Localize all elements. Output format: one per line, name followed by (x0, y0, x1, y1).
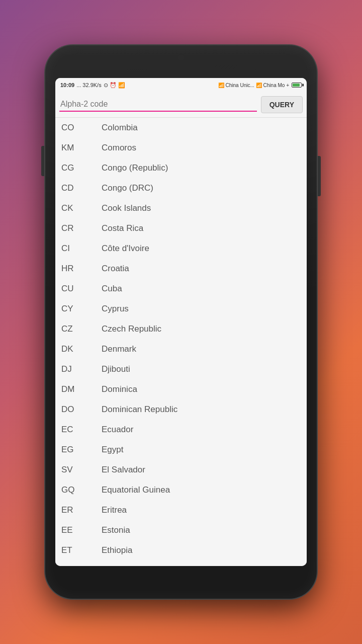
country-code: CR (61, 223, 102, 233)
country-name: Ecuador (102, 425, 301, 435)
country-code: EE (61, 525, 102, 535)
table-row: GQEquatorial Guinea (55, 480, 307, 500)
status-time: 10:09 (60, 82, 74, 88)
country-code: EG (61, 445, 102, 455)
table-row: FKFalkland Islands (Islas Malvinas) (55, 560, 307, 566)
table-row: SVEl Salvador (55, 460, 307, 480)
country-name: Dominica (102, 384, 301, 394)
country-name: Denmark (102, 344, 301, 354)
table-row: EEEstonia (55, 520, 307, 540)
country-code: FK (61, 566, 102, 566)
country-code: GQ (61, 485, 102, 495)
table-row: CKCook Islands (55, 198, 307, 218)
search-input[interactable] (59, 98, 257, 112)
country-code: DK (61, 344, 102, 354)
country-name: Egypt (102, 445, 301, 455)
table-row: CYCyprus (55, 299, 307, 319)
table-row: KMComoros (55, 138, 307, 158)
country-code: ER (61, 505, 102, 515)
status-icons: ⊙ ⏰ 📶 (104, 82, 125, 89)
table-row: CZCzech Republic (55, 319, 307, 339)
country-code: CD (61, 183, 102, 193)
table-row: ETEthiopia (55, 540, 307, 560)
country-name: Colombia (102, 123, 301, 133)
country-name: Congo (Republic) (102, 163, 301, 173)
country-name: Ethiopia (102, 545, 301, 555)
table-row: CRCosta Rica (55, 218, 307, 238)
country-name: Cyprus (102, 304, 301, 314)
country-code: HR (61, 264, 102, 274)
country-list: COColombiaKMComorosCGCongo (Republic)CDC… (55, 118, 307, 566)
country-code: DJ (61, 364, 102, 374)
country-name: El Salvador (102, 465, 301, 475)
table-row: EREritrea (55, 500, 307, 520)
carrier1: 📶 China Unic... (218, 83, 254, 88)
table-row: CGCongo (Republic) (55, 158, 307, 178)
country-name: Eritrea (102, 505, 301, 515)
country-code: CZ (61, 324, 102, 334)
camera (178, 54, 184, 60)
country-name: Djibouti (102, 364, 301, 374)
country-code: KM (61, 143, 102, 153)
table-row: CDCongo (DRC) (55, 178, 307, 198)
country-code: CO (61, 123, 102, 133)
country-code: CY (61, 304, 102, 314)
country-name: Falkland Islands (Islas Malvinas) (102, 566, 301, 566)
carrier2: 📶 China Mo + (256, 83, 289, 88)
query-button[interactable]: QUERY (261, 96, 303, 113)
country-name: Dominican Republic (102, 405, 301, 415)
country-name: Côte d'Ivoire (102, 244, 301, 254)
country-name: Congo (DRC) (102, 183, 301, 193)
search-input-wrapper (59, 98, 257, 112)
country-name: Czech Republic (102, 324, 301, 334)
country-code: EC (61, 425, 102, 435)
table-row: HRCroatia (55, 259, 307, 279)
status-right: 📶 China Unic... 📶 China Mo + (218, 83, 302, 88)
table-row: CUCuba (55, 279, 307, 299)
country-code: CI (61, 244, 102, 254)
country-name: Equatorial Guinea (102, 485, 301, 495)
country-name: Comoros (102, 143, 301, 153)
country-name: Estonia (102, 525, 301, 535)
table-row: ECEcuador (55, 420, 307, 440)
table-row: DMDominica (55, 379, 307, 399)
country-name: Cuba (102, 284, 301, 294)
battery-icon (292, 83, 302, 88)
country-code: CU (61, 284, 102, 294)
table-row: COColombia (55, 118, 307, 138)
table-row: EGEgypt (55, 440, 307, 460)
table-row: CICôte d'Ivoire (55, 238, 307, 259)
search-bar: QUERY (55, 92, 307, 118)
country-code: SV (61, 465, 102, 475)
status-bar: 10:09 ... 32.9K/s ⊙ ⏰ 📶 📶 China Unic... … (55, 78, 307, 92)
country-code: CG (61, 163, 102, 173)
country-name: Costa Rica (102, 223, 301, 233)
table-row: DKDenmark (55, 339, 307, 359)
country-code: DO (61, 405, 102, 415)
country-name: Cook Islands (102, 203, 301, 213)
country-code: ET (61, 545, 102, 555)
table-row: DJDjibouti (55, 359, 307, 379)
battery-fill (293, 84, 300, 87)
status-network: ... 32.9K/s (76, 82, 102, 88)
phone-frame: 10:09 ... 32.9K/s ⊙ ⏰ 📶 📶 China Unic... … (45, 45, 317, 599)
country-code: CK (61, 203, 102, 213)
phone-screen: 10:09 ... 32.9K/s ⊙ ⏰ 📶 📶 China Unic... … (55, 78, 307, 566)
country-code: DM (61, 384, 102, 394)
country-name: Croatia (102, 264, 301, 274)
table-row: DODominican Republic (55, 399, 307, 420)
